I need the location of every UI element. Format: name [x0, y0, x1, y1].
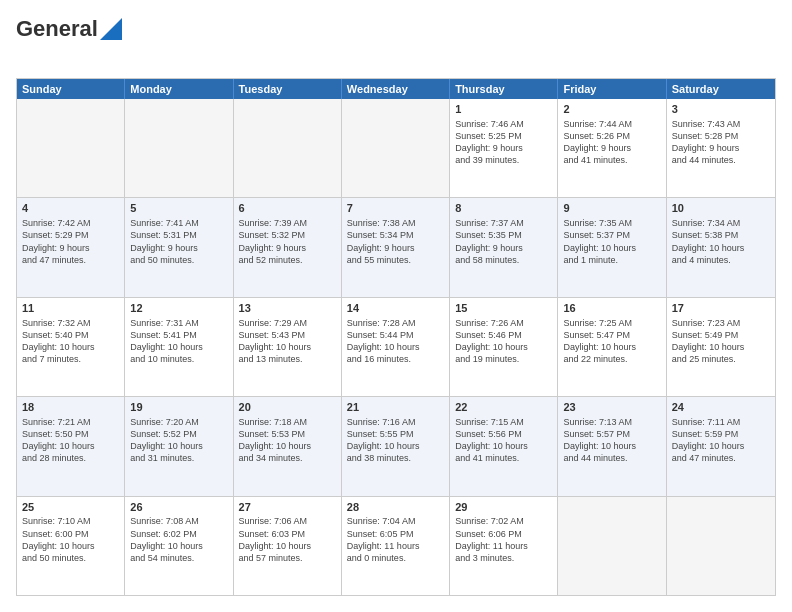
day-cell-27: 27Sunrise: 7:06 AMSunset: 6:03 PMDayligh…: [234, 497, 342, 595]
day-cell-3: 3Sunrise: 7:43 AMSunset: 5:28 PMDaylight…: [667, 99, 775, 197]
day-info: Sunrise: 7:11 AMSunset: 5:59 PMDaylight:…: [672, 416, 770, 465]
day-cell-24: 24Sunrise: 7:11 AMSunset: 5:59 PMDayligh…: [667, 397, 775, 495]
day-info: Sunrise: 7:16 AMSunset: 5:55 PMDaylight:…: [347, 416, 444, 465]
day-cell-8: 8Sunrise: 7:37 AMSunset: 5:35 PMDaylight…: [450, 198, 558, 296]
day-number: 26: [130, 500, 227, 515]
day-number: 12: [130, 301, 227, 316]
day-number: 19: [130, 400, 227, 415]
day-info: Sunrise: 7:25 AMSunset: 5:47 PMDaylight:…: [563, 317, 660, 366]
day-cell-5: 5Sunrise: 7:41 AMSunset: 5:31 PMDaylight…: [125, 198, 233, 296]
day-cell-4: 4Sunrise: 7:42 AMSunset: 5:29 PMDaylight…: [17, 198, 125, 296]
day-cell-28: 28Sunrise: 7:04 AMSunset: 6:05 PMDayligh…: [342, 497, 450, 595]
day-info: Sunrise: 7:23 AMSunset: 5:49 PMDaylight:…: [672, 317, 770, 366]
day-number: 16: [563, 301, 660, 316]
calendar-body: 1Sunrise: 7:46 AMSunset: 5:25 PMDaylight…: [17, 99, 775, 595]
day-number: 22: [455, 400, 552, 415]
day-number: 20: [239, 400, 336, 415]
day-info: Sunrise: 7:31 AMSunset: 5:41 PMDaylight:…: [130, 317, 227, 366]
day-number: 28: [347, 500, 444, 515]
day-number: 14: [347, 301, 444, 316]
day-cell-20: 20Sunrise: 7:18 AMSunset: 5:53 PMDayligh…: [234, 397, 342, 495]
day-number: 21: [347, 400, 444, 415]
day-info: Sunrise: 7:41 AMSunset: 5:31 PMDaylight:…: [130, 217, 227, 266]
day-cell-2: 2Sunrise: 7:44 AMSunset: 5:26 PMDaylight…: [558, 99, 666, 197]
empty-cell: [667, 497, 775, 595]
day-info: Sunrise: 7:08 AMSunset: 6:02 PMDaylight:…: [130, 515, 227, 564]
day-number: 5: [130, 201, 227, 216]
day-cell-13: 13Sunrise: 7:29 AMSunset: 5:43 PMDayligh…: [234, 298, 342, 396]
day-info: Sunrise: 7:38 AMSunset: 5:34 PMDaylight:…: [347, 217, 444, 266]
calendar-row-1: 1Sunrise: 7:46 AMSunset: 5:25 PMDaylight…: [17, 99, 775, 197]
day-number: 13: [239, 301, 336, 316]
day-number: 25: [22, 500, 119, 515]
day-cell-7: 7Sunrise: 7:38 AMSunset: 5:34 PMDaylight…: [342, 198, 450, 296]
day-info: Sunrise: 7:35 AMSunset: 5:37 PMDaylight:…: [563, 217, 660, 266]
calendar: SundayMondayTuesdayWednesdayThursdayFrid…: [16, 78, 776, 596]
day-number: 6: [239, 201, 336, 216]
empty-cell: [17, 99, 125, 197]
day-info: Sunrise: 7:20 AMSunset: 5:52 PMDaylight:…: [130, 416, 227, 465]
day-cell-1: 1Sunrise: 7:46 AMSunset: 5:25 PMDaylight…: [450, 99, 558, 197]
day-number: 11: [22, 301, 119, 316]
day-number: 10: [672, 201, 770, 216]
day-number: 9: [563, 201, 660, 216]
empty-cell: [125, 99, 233, 197]
day-cell-17: 17Sunrise: 7:23 AMSunset: 5:49 PMDayligh…: [667, 298, 775, 396]
day-info: Sunrise: 7:29 AMSunset: 5:43 PMDaylight:…: [239, 317, 336, 366]
day-info: Sunrise: 7:10 AMSunset: 6:00 PMDaylight:…: [22, 515, 119, 564]
logo-icon: [100, 18, 122, 40]
day-cell-6: 6Sunrise: 7:39 AMSunset: 5:32 PMDaylight…: [234, 198, 342, 296]
day-info: Sunrise: 7:21 AMSunset: 5:50 PMDaylight:…: [22, 416, 119, 465]
day-cell-16: 16Sunrise: 7:25 AMSunset: 5:47 PMDayligh…: [558, 298, 666, 396]
day-info: Sunrise: 7:04 AMSunset: 6:05 PMDaylight:…: [347, 515, 444, 564]
day-number: 3: [672, 102, 770, 117]
calendar-page: General SundayMondayTuesdayWednesdayThur…: [0, 0, 792, 612]
weekday-header-saturday: Saturday: [667, 79, 775, 99]
weekday-header-friday: Friday: [558, 79, 666, 99]
calendar-row-3: 11Sunrise: 7:32 AMSunset: 5:40 PMDayligh…: [17, 297, 775, 396]
logo-general: General: [16, 16, 98, 42]
calendar-row-4: 18Sunrise: 7:21 AMSunset: 5:50 PMDayligh…: [17, 396, 775, 495]
empty-cell: [234, 99, 342, 197]
weekday-header-wednesday: Wednesday: [342, 79, 450, 99]
day-info: Sunrise: 7:37 AMSunset: 5:35 PMDaylight:…: [455, 217, 552, 266]
weekday-header-tuesday: Tuesday: [234, 79, 342, 99]
empty-cell: [558, 497, 666, 595]
day-number: 2: [563, 102, 660, 117]
day-number: 15: [455, 301, 552, 316]
page-header: General: [16, 16, 776, 68]
day-info: Sunrise: 7:32 AMSunset: 5:40 PMDaylight:…: [22, 317, 119, 366]
day-number: 8: [455, 201, 552, 216]
day-number: 4: [22, 201, 119, 216]
day-cell-21: 21Sunrise: 7:16 AMSunset: 5:55 PMDayligh…: [342, 397, 450, 495]
day-cell-9: 9Sunrise: 7:35 AMSunset: 5:37 PMDaylight…: [558, 198, 666, 296]
day-info: Sunrise: 7:42 AMSunset: 5:29 PMDaylight:…: [22, 217, 119, 266]
day-info: Sunrise: 7:34 AMSunset: 5:38 PMDaylight:…: [672, 217, 770, 266]
day-number: 17: [672, 301, 770, 316]
calendar-row-5: 25Sunrise: 7:10 AMSunset: 6:00 PMDayligh…: [17, 496, 775, 595]
day-cell-10: 10Sunrise: 7:34 AMSunset: 5:38 PMDayligh…: [667, 198, 775, 296]
calendar-header: SundayMondayTuesdayWednesdayThursdayFrid…: [17, 79, 775, 99]
empty-cell: [342, 99, 450, 197]
weekday-header-monday: Monday: [125, 79, 233, 99]
day-info: Sunrise: 7:26 AMSunset: 5:46 PMDaylight:…: [455, 317, 552, 366]
day-number: 23: [563, 400, 660, 415]
day-number: 24: [672, 400, 770, 415]
day-info: Sunrise: 7:15 AMSunset: 5:56 PMDaylight:…: [455, 416, 552, 465]
day-cell-11: 11Sunrise: 7:32 AMSunset: 5:40 PMDayligh…: [17, 298, 125, 396]
day-cell-18: 18Sunrise: 7:21 AMSunset: 5:50 PMDayligh…: [17, 397, 125, 495]
day-number: 27: [239, 500, 336, 515]
day-info: Sunrise: 7:06 AMSunset: 6:03 PMDaylight:…: [239, 515, 336, 564]
day-cell-15: 15Sunrise: 7:26 AMSunset: 5:46 PMDayligh…: [450, 298, 558, 396]
day-number: 29: [455, 500, 552, 515]
day-cell-29: 29Sunrise: 7:02 AMSunset: 6:06 PMDayligh…: [450, 497, 558, 595]
day-number: 7: [347, 201, 444, 216]
day-cell-12: 12Sunrise: 7:31 AMSunset: 5:41 PMDayligh…: [125, 298, 233, 396]
day-cell-23: 23Sunrise: 7:13 AMSunset: 5:57 PMDayligh…: [558, 397, 666, 495]
calendar-row-2: 4Sunrise: 7:42 AMSunset: 5:29 PMDaylight…: [17, 197, 775, 296]
day-cell-25: 25Sunrise: 7:10 AMSunset: 6:00 PMDayligh…: [17, 497, 125, 595]
day-cell-19: 19Sunrise: 7:20 AMSunset: 5:52 PMDayligh…: [125, 397, 233, 495]
day-number: 1: [455, 102, 552, 117]
day-info: Sunrise: 7:18 AMSunset: 5:53 PMDaylight:…: [239, 416, 336, 465]
logo: General: [16, 16, 122, 68]
